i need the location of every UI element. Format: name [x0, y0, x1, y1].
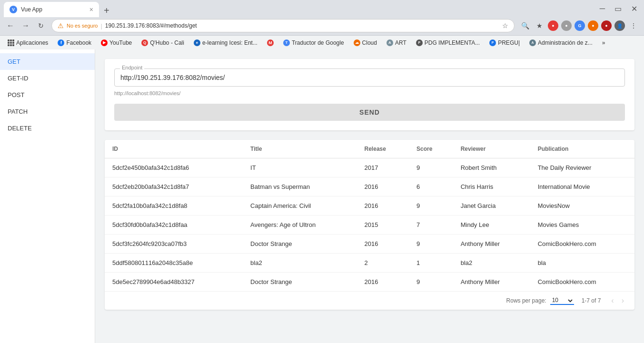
profile-icon[interactable]: 👤	[614, 20, 625, 31]
col-id: ID	[105, 140, 243, 158]
bookmark-apps[interactable]: Aplicaciones	[4, 39, 52, 47]
cell-publication: The Daily Reviewer	[530, 158, 634, 177]
nav-buttons: ← → ↻	[4, 19, 48, 32]
cell-release: 2	[357, 254, 409, 273]
extension-1-icon[interactable]: ●	[548, 20, 558, 31]
translate-icon: T	[283, 39, 290, 46]
page-info: 1-7 of 7	[582, 297, 601, 304]
bookmark-qhubo-label: Q'Hubo - Cali	[150, 39, 184, 46]
cell-title: bla2	[243, 254, 357, 273]
url-text: 190.251.39.176:8083/#/methods/get	[105, 22, 499, 29]
bookmark-admin[interactable]: A Administración de z...	[525, 39, 596, 47]
bookmark-admin-label: Administración de z...	[538, 39, 593, 46]
bookmark-pdg[interactable]: P PDG IMPLEMENTA...	[412, 39, 484, 47]
col-title: Title	[243, 140, 357, 158]
reload-button[interactable]: ↻	[34, 19, 48, 32]
cell-reviewer: bla2	[453, 254, 530, 273]
sidebar-item-get[interactable]: GET	[0, 53, 95, 70]
window-controls: ─ ▭ ✕	[597, 3, 640, 14]
content-area: Endpoint http://localhost:8082/movies/ S…	[95, 49, 644, 343]
sidebar: GET GET-ID POST PATCH DELETE	[0, 49, 95, 343]
maximize-button[interactable]: ▭	[612, 3, 624, 14]
bookmark-icon[interactable]: ☆	[502, 22, 508, 29]
bookmark-translate-label: Traductor de Google	[292, 39, 344, 46]
cell-title: Avengers: Age of Ultron	[243, 216, 357, 235]
main-area: GET GET-ID POST PATCH DELETE Endpoint	[0, 49, 644, 343]
sidebar-item-get-id[interactable]: GET-ID	[0, 70, 95, 87]
endpoint-input[interactable]	[114, 69, 625, 87]
sidebar-item-delete[interactable]: DELETE	[0, 120, 95, 137]
close-button[interactable]: ✕	[628, 3, 640, 14]
cell-release: 2016	[357, 196, 409, 216]
endpoint-card: Endpoint http://localhost:8082/movies/ S…	[105, 59, 634, 130]
col-score: Score	[409, 140, 453, 158]
rows-per-page-select[interactable]: 10 25 50	[550, 296, 574, 305]
rows-per-page-label: Rows per page:	[506, 297, 546, 304]
extension-2-icon[interactable]: ●	[561, 20, 572, 31]
cell-score: 9	[409, 273, 453, 292]
cell-reviewer: Janet Garcia	[453, 196, 530, 216]
pagination: Rows per page: 10 25 50 1-7 of 7 ‹ ›	[105, 291, 634, 310]
cell-id: 5dcf2e450b0afa342c1d8fa6	[105, 158, 243, 177]
bookmark-cloud[interactable]: ☁ Cloud	[350, 39, 381, 47]
cell-score: 6	[409, 177, 453, 196]
back-button[interactable]: ←	[4, 19, 17, 32]
cell-reviewer: Anthony Miller	[453, 235, 530, 254]
admin-icon: A	[529, 39, 536, 46]
endpoint-hint: http://localhost:8082/movies/	[114, 90, 625, 96]
endpoint-group: Endpoint	[114, 69, 625, 87]
new-tab-button[interactable]: +	[101, 4, 112, 17]
bookmark-more[interactable]: »	[598, 39, 609, 47]
sidebar-item-patch[interactable]: PATCH	[0, 103, 95, 120]
address-bar: ← → ↻ ⚠ No es seguro | 190.251.39.176:80…	[0, 17, 644, 35]
cell-publication: bla	[530, 254, 634, 273]
extension-5-icon[interactable]: ●	[601, 20, 612, 31]
bookmark-art[interactable]: A ART	[383, 39, 410, 47]
cell-publication: ComicBookHero.com	[530, 273, 634, 292]
extension-4-icon[interactable]: ●	[588, 20, 598, 31]
bookmark-elearning[interactable]: e e-learning Icesi: Ent...	[190, 39, 261, 47]
bookmark-translate[interactable]: T Traductor de Google	[279, 39, 348, 47]
facebook-icon: f	[58, 39, 64, 46]
bookmark-art-label: ART	[395, 39, 406, 46]
table-row: 5dcf2e450b0afa342c1d8fa6IT20179Robert Sm…	[105, 158, 634, 177]
cell-publication: Movies Games	[530, 216, 634, 235]
art-icon: A	[386, 39, 393, 46]
bookmark-qhubo[interactable]: Q Q'Hubo - Cali	[138, 39, 188, 47]
prev-page-button[interactable]: ‹	[608, 295, 616, 306]
cell-release: 2016	[357, 177, 409, 196]
url-bar[interactable]: ⚠ No es seguro | 190.251.39.176:8083/#/m…	[51, 19, 515, 32]
send-button[interactable]: SEND	[114, 104, 625, 121]
bookmark-youtube[interactable]: ▶ YouTube	[97, 39, 136, 47]
cell-reviewer: Robert Smith	[453, 158, 530, 177]
close-tab-button[interactable]: ×	[89, 6, 93, 13]
tab-title: Vue App	[21, 6, 86, 13]
cell-score: 9	[409, 235, 453, 254]
bookmark-facebook[interactable]: f Facebook	[54, 39, 95, 47]
cell-title: Batman vs Superman	[243, 177, 357, 196]
extension-3-icon[interactable]: G	[575, 20, 585, 31]
data-table: ID Title Release Score Reviewer Publicat…	[105, 140, 634, 291]
cell-id: 5ddf580801116a2048c35a8e	[105, 254, 243, 273]
next-page-button[interactable]: ›	[619, 295, 627, 306]
cell-reviewer: Mindy Lee	[453, 216, 530, 235]
tab-favicon: V	[10, 6, 17, 13]
youtube-icon: ▶	[101, 39, 108, 46]
menu-icon[interactable]: ⋮	[627, 19, 640, 32]
cell-publication: International Movie	[530, 177, 634, 196]
url-separator: |	[100, 22, 102, 29]
bookmark-gmail[interactable]: M	[263, 39, 277, 47]
cell-id: 5dcf2fa10b0afa342c1d8fa8	[105, 196, 243, 216]
bookmark-pregu[interactable]: P PREGU|	[485, 39, 524, 47]
sidebar-item-post[interactable]: POST	[0, 87, 95, 103]
extensions-icon[interactable]: 🔍	[518, 19, 532, 32]
cell-reviewer: Chris Harris	[453, 177, 530, 196]
active-tab[interactable]: V Vue App ×	[4, 2, 99, 17]
page-navigation: ‹ ›	[608, 295, 627, 306]
elearning-icon: e	[194, 39, 200, 46]
minimize-button[interactable]: ─	[597, 3, 608, 14]
forward-button[interactable]: →	[19, 19, 32, 32]
toolbar-icons: 🔍 ★ ● ● G ● ● 👤 ⋮	[518, 19, 640, 32]
bookmark-star-icon[interactable]: ★	[533, 19, 546, 32]
rows-per-page-control: Rows per page: 10 25 50	[506, 296, 574, 305]
